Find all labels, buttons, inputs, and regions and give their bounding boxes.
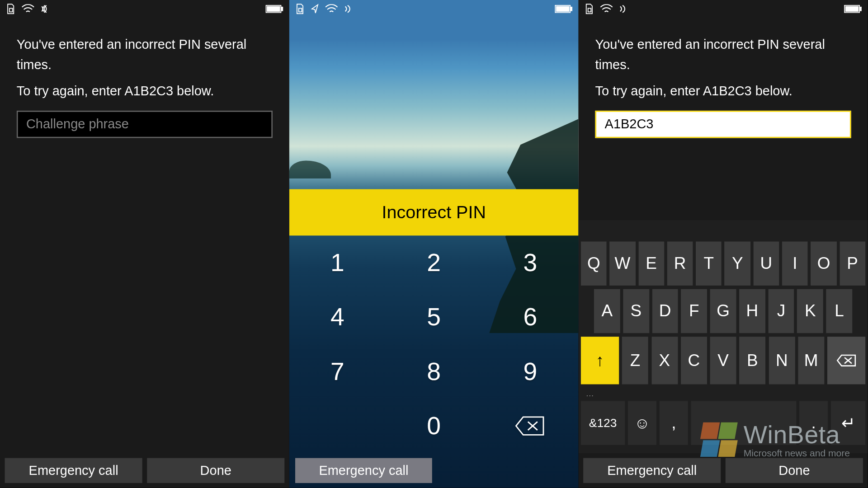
wifi-icon [21,4,34,14]
wifi-icon [325,4,338,14]
emergency-call-button[interactable]: Emergency call [295,458,432,483]
kb-enter[interactable]: ↵ [831,401,865,445]
emergency-call-button[interactable]: Emergency call [583,458,721,483]
kb-row-1: QWERTYUIOP [581,241,865,285]
svg-rect-3 [267,6,280,11]
status-bar [579,0,868,17]
kb-key-t[interactable]: T [696,241,722,285]
kb-key-n[interactable]: N [769,337,795,384]
numpad-key-5[interactable]: 5 [386,290,482,344]
bg-island [289,160,331,178]
kb-key-p[interactable]: P [840,241,865,285]
kb-key-z[interactable]: Z [622,337,648,384]
kb-key-g[interactable]: G [710,289,736,333]
challenge-input[interactable] [17,111,273,138]
phone-screen-1: You've entered an incorrect PIN several … [0,0,289,488]
numpad-key-1[interactable]: 1 [289,235,386,290]
svg-rect-11 [846,6,859,11]
svg-rect-10 [860,7,861,11]
svg-rect-7 [557,6,569,11]
bottom-bar: Emergency call Done [0,453,289,488]
done-button[interactable]: Done [147,458,284,483]
pin-numpad: 1 2 3 4 5 6 7 8 9 0 [289,235,579,453]
bottom-bar: Emergency callDone [579,453,868,488]
kb-key-q[interactable]: Q [581,241,607,285]
backspace-icon [515,416,546,436]
kb-key-l[interactable]: L [826,289,853,333]
numpad-key-8[interactable]: 8 [386,344,482,399]
location-icon [311,4,319,14]
numpad-blank [289,399,386,453]
svg-rect-6 [571,7,572,11]
lockout-line1: You've entered an incorrect PIN several … [595,34,851,75]
onscreen-keyboard: QWERTYUIOP ASDFGHJKL ↑ ZXCVBNM … &123 ☺ … [579,220,868,453]
lockout-line2: To try again, enter A1B2C3 below. [17,81,273,101]
kb-key-x[interactable]: X [651,337,678,384]
numpad-key-4[interactable]: 4 [289,290,386,344]
numpad-backspace[interactable] [482,399,578,453]
wifi-icon [600,4,613,14]
lockout-message: You've entered an incorrect PIN several … [579,17,868,101]
kb-key-a[interactable]: A [594,289,620,333]
kb-key-c[interactable]: C [681,337,707,384]
battery-icon [555,5,572,13]
vibrate-icon [619,4,632,14]
kb-key-i[interactable]: I [782,241,808,285]
kb-space[interactable] [691,401,796,445]
kb-key-m[interactable]: M [798,337,824,384]
emergency-call-button[interactable]: Emergency call [5,458,142,483]
kb-backspace[interactable] [827,337,865,384]
kb-shift[interactable]: ↑ [581,337,619,384]
kb-key-d[interactable]: D [652,289,678,333]
numpad-key-0[interactable]: 0 [386,399,482,453]
kb-comma[interactable]: , [660,401,688,445]
sim-icon [585,4,594,14]
sim-icon [6,4,15,14]
sim-icon [295,4,305,14]
kb-key-s[interactable]: S [623,289,649,333]
phone-screen-3: You've entered an incorrect PIN several … [579,0,868,488]
kb-key-j[interactable]: J [768,289,794,333]
done-button[interactable]: Done [726,458,863,483]
kb-key-o[interactable]: O [811,241,837,285]
backspace-icon [836,354,857,367]
numpad-key-9[interactable]: 9 [482,344,578,399]
kb-key-h[interactable]: H [739,289,765,333]
phone-screen-2: Incorrect PIN 1 2 3 4 5 6 7 8 9 0 Emerge… [289,0,579,488]
kb-key-v[interactable]: V [710,337,736,384]
svg-rect-4 [299,8,302,12]
kb-suggestion-row: … [585,388,862,399]
battery-icon [844,5,862,13]
kb-key-b[interactable]: B [739,337,765,384]
kb-row-3: ↑ ZXCVBNM [581,337,865,384]
kb-key-y[interactable]: Y [725,241,750,285]
kb-row-4: &123 ☺ , . ↵ [581,401,865,445]
kb-symbols[interactable]: &123 [581,401,625,445]
lockout-message: You've entered an incorrect PIN several … [0,17,289,101]
svg-rect-2 [282,7,283,11]
incorrect-pin-banner: Incorrect PIN [289,189,579,236]
kb-key-k[interactable]: K [797,289,823,333]
kb-key-f[interactable]: F [681,289,708,333]
numpad-key-2[interactable]: 2 [386,235,482,290]
kb-key-r[interactable]: R [667,241,693,285]
status-bar [289,0,579,17]
lockout-line1: You've entered an incorrect PIN several … [17,34,273,75]
bottom-bar: Emergency call [289,453,579,488]
lockout-line2: To try again, enter A1B2C3 below. [595,81,851,101]
kb-key-w[interactable]: W [609,241,635,285]
battery-icon [265,5,283,13]
kb-emoji[interactable]: ☺ [628,401,656,445]
vibrate-icon [41,4,54,14]
kb-period[interactable]: . [799,401,828,445]
numpad-key-7[interactable]: 7 [289,344,386,399]
numpad-key-6[interactable]: 6 [482,290,578,344]
vibrate-icon [344,4,357,14]
svg-rect-8 [588,8,591,12]
kb-row-2: ASDFGHJKL [581,289,865,333]
numpad-key-3[interactable]: 3 [482,235,578,290]
challenge-input[interactable] [595,111,851,138]
kb-key-u[interactable]: U [753,241,779,285]
kb-key-e[interactable]: E [638,241,664,285]
status-bar [0,0,289,17]
